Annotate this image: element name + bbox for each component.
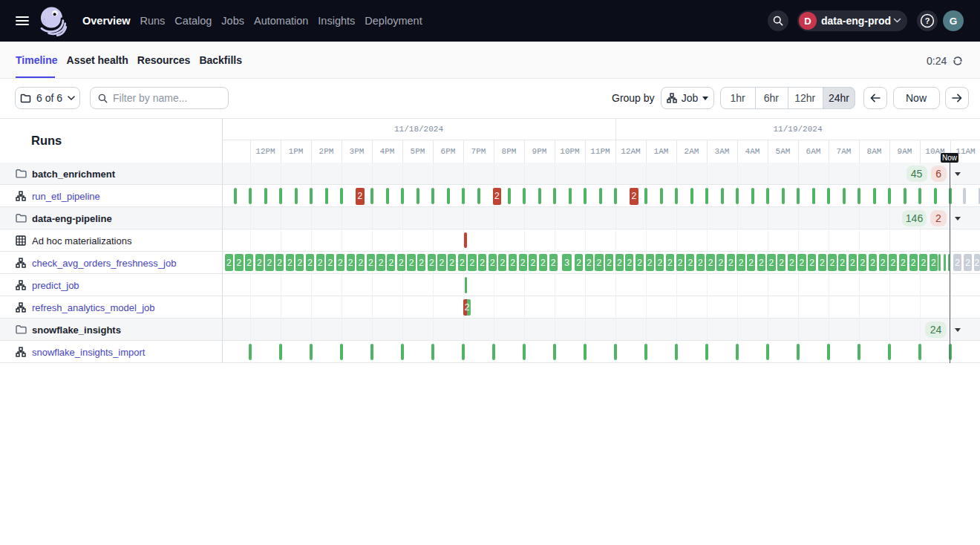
svg-text:?: ? — [925, 16, 930, 25]
